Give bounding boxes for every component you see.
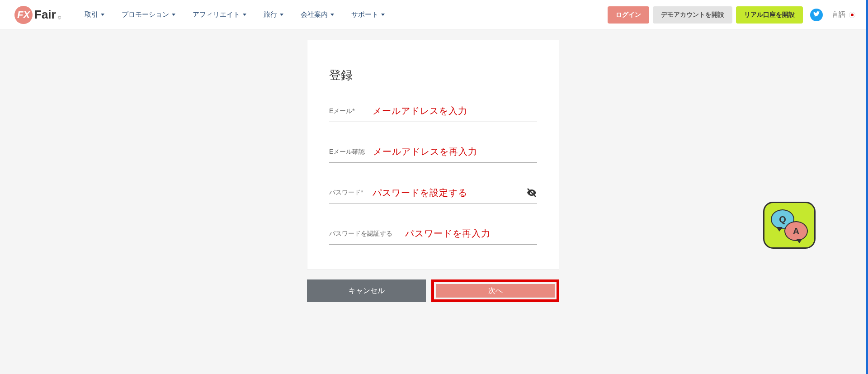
registration-card: 登録 Eメール* Eメール確認 パスワード* パスワードを認証する xyxy=(307,40,559,270)
nav-label: プロモーション xyxy=(122,10,169,19)
password-confirm-field-row: パスワードを認証する xyxy=(329,225,537,245)
nav-item-trade[interactable]: 取引 xyxy=(85,10,104,19)
nav-item-travel[interactable]: 旅行 xyxy=(264,10,283,19)
chevron-down-icon xyxy=(172,14,175,16)
logo-mark: FX xyxy=(14,6,33,24)
chevron-down-icon xyxy=(330,14,334,16)
nav-label: サポート xyxy=(351,10,378,19)
password-field-row: パスワード* xyxy=(329,184,537,204)
nav-label: 会社案内 xyxy=(301,10,328,19)
japan-flag-icon xyxy=(849,12,855,18)
nav-item-support[interactable]: サポート xyxy=(351,10,385,19)
logo[interactable]: FX Fair © xyxy=(14,6,61,24)
logo-suffix: © xyxy=(58,15,61,20)
chevron-down-icon xyxy=(101,14,104,16)
password-input[interactable] xyxy=(373,188,518,198)
nav-item-promotion[interactable]: プロモーション xyxy=(122,10,175,19)
language-selector[interactable]: 言語 xyxy=(832,10,855,19)
chevron-down-icon xyxy=(381,14,385,16)
email-field-row: Eメール* xyxy=(329,102,537,122)
email-input[interactable] xyxy=(373,106,537,116)
logo-text: Fair xyxy=(34,8,56,22)
eye-off-icon[interactable] xyxy=(526,187,537,198)
language-label: 言語 xyxy=(832,10,845,19)
chevron-down-icon xyxy=(243,14,246,16)
header-actions: ログイン デモアカウントを開設 リアル口座を開設 言語 xyxy=(608,6,855,24)
next-button-highlight: 次へ xyxy=(431,279,559,302)
chevron-down-icon xyxy=(280,14,283,16)
a-bubble-icon: A xyxy=(784,221,808,241)
open-demo-account-button[interactable]: デモアカウントを開設 xyxy=(653,6,732,24)
form-title: 登録 xyxy=(329,67,537,83)
main-nav: 取引 プロモーション アフィリエイト 旅行 会社案内 サポート xyxy=(85,10,602,19)
nav-label: 取引 xyxy=(85,10,98,19)
password-label: パスワード* xyxy=(329,189,364,197)
password-confirm-label: パスワードを認証する xyxy=(329,230,397,238)
email-confirm-label: Eメール確認 xyxy=(329,148,365,156)
email-label: Eメール* xyxy=(329,107,364,115)
form-footer-buttons: キャンセル 次へ xyxy=(307,279,559,302)
login-button[interactable]: ログイン xyxy=(608,6,649,24)
next-button[interactable]: 次へ xyxy=(436,284,555,298)
nav-label: 旅行 xyxy=(264,10,277,19)
email-confirm-input[interactable] xyxy=(373,147,537,157)
header: FX Fair © 取引 プロモーション アフィリエイト 旅行 会社案内 サポー… xyxy=(0,0,866,30)
cancel-button[interactable]: キャンセル xyxy=(307,279,426,302)
open-real-account-button[interactable]: リアル口座を開設 xyxy=(736,6,803,24)
nav-label: アフィリエイト xyxy=(193,10,240,19)
nav-item-company[interactable]: 会社案内 xyxy=(301,10,334,19)
qa-icon: Q A xyxy=(771,209,808,241)
qa-help-button[interactable]: Q A xyxy=(763,202,816,249)
email-confirm-field-row: Eメール確認 xyxy=(329,143,537,163)
nav-item-affiliate[interactable]: アフィリエイト xyxy=(193,10,246,19)
twitter-icon[interactable] xyxy=(810,9,823,21)
password-confirm-input[interactable] xyxy=(405,228,537,239)
